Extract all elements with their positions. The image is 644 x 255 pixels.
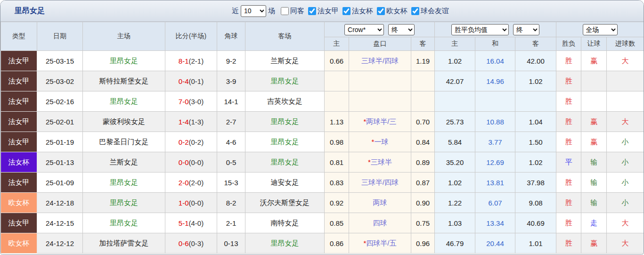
score-main: 0-4 bbox=[179, 77, 189, 85]
topbar: 里昂女足 近 10 场 同客 法女甲法女杯欧女杯球会友谊 bbox=[0, 0, 644, 22]
handicap-cell: 四球 bbox=[349, 213, 411, 233]
score-cell: 0-0(0-0) bbox=[165, 152, 217, 173]
table-row: 法女甲24-12-15里昂女足5-1(4-0)2-1南特女足0.85四球0.75… bbox=[1, 213, 644, 233]
table-row: 欧女杯24-12-18里昂女足1-0(0-0)8-2沃尔夫斯堡女足0.92两球0… bbox=[1, 193, 644, 213]
same-opponent-checkbox[interactable] bbox=[281, 7, 289, 15]
corner-cell: 3-9 bbox=[217, 71, 245, 91]
odds-provider-select[interactable]: Crow* bbox=[344, 24, 384, 35]
handicap-away-odds-cell: 0.89 bbox=[411, 152, 435, 173]
header-home: 主场 bbox=[83, 22, 165, 51]
avg-away-odds-cell: 37.98 bbox=[515, 173, 556, 193]
away-team-cell: 里昂女足 bbox=[245, 233, 325, 254]
league-filter-1: 法女杯 bbox=[339, 7, 373, 16]
table-row: 法女甲25-03-02斯特拉斯堡女足0-4(0-1)3-9里昂女足42.0714… bbox=[1, 71, 644, 91]
avg-draw-odds-cell: 6.07 bbox=[475, 193, 515, 213]
avg-draw-odds-cell: 16.04 bbox=[475, 51, 515, 71]
scope-select[interactable]: 全场 bbox=[583, 24, 618, 35]
table-header: 类型 日期 主场 比分(半场) 角球 客场 Crow* 终 胜平负均值 终 bbox=[1, 22, 644, 51]
away-team-cell: 里昂女足 bbox=[245, 132, 325, 152]
handicap-home-odds-cell: 0.92 bbox=[325, 193, 349, 213]
home-team-cell: 里昂女足 bbox=[83, 51, 165, 71]
home-team-cell: 兰斯女足 bbox=[83, 152, 165, 173]
header-date: 日期 bbox=[37, 22, 83, 51]
handicap-away-odds-cell bbox=[411, 91, 435, 112]
corner-cell: 0-13 bbox=[217, 233, 245, 254]
handicap-away-odds-cell bbox=[411, 71, 435, 91]
match-result-cell: 胜 bbox=[556, 173, 581, 193]
avg-group-header: 胜平负均值 终 bbox=[435, 22, 556, 37]
header-type: 类型 bbox=[1, 22, 37, 51]
avg-home-odds-cell: 5.84 bbox=[435, 132, 475, 152]
score-main: 1-4 bbox=[179, 118, 189, 126]
goals-result-cell: 大 bbox=[607, 213, 644, 233]
avg-away-odds-cell: 40.69 bbox=[515, 213, 556, 233]
score-cell: 0-4(0-1) bbox=[165, 71, 217, 91]
avg-type-select[interactable]: 胜平负均值 bbox=[451, 24, 509, 35]
avg-away-odds-cell: 9.08 bbox=[515, 193, 556, 213]
table-row: 法女甲25-02-16里昂女足7-0(3-0)14-1吉英坎女足胜 bbox=[1, 91, 644, 112]
league-filter-checkbox-2[interactable] bbox=[377, 7, 385, 15]
league-filter-checkbox-3[interactable] bbox=[411, 7, 419, 15]
handicap-star: * bbox=[368, 158, 371, 166]
league-badge: 法女甲 bbox=[1, 213, 37, 233]
handicap-away-odds-cell: 0.96 bbox=[411, 233, 435, 254]
recent-count-select[interactable]: 10 bbox=[241, 5, 266, 17]
avg-draw-odds-cell: 13.34 bbox=[475, 213, 515, 233]
avg-time-select[interactable]: 终 bbox=[513, 24, 539, 35]
handicap-result-cell: 走 bbox=[581, 213, 607, 233]
league-badge: 法女甲 bbox=[1, 51, 37, 71]
page-title: 里昂女足 bbox=[15, 6, 45, 16]
handicap-result-cell: 输 bbox=[581, 152, 607, 173]
handicap-home-odds-cell bbox=[325, 71, 349, 91]
league-badge: 法女甲 bbox=[1, 91, 37, 112]
avg-home-odds-cell: 1.02 bbox=[435, 173, 475, 193]
match-result-cell: 胜 bbox=[556, 193, 581, 213]
avg-home-odds-cell: 25.73 bbox=[435, 112, 475, 132]
league-filter-0: 法女甲 bbox=[304, 7, 339, 16]
same-opponent-filter: 同客 bbox=[277, 7, 304, 16]
date-cell: 25-01-09 bbox=[37, 173, 83, 193]
handicap-away-odds-cell: 1.19 bbox=[411, 51, 435, 71]
league-filter-checkbox-1[interactable] bbox=[342, 7, 351, 15]
handicap-cell: *三球半 bbox=[349, 152, 411, 173]
home-team-cell: 里昂女足 bbox=[83, 173, 165, 193]
recent-label: 近 bbox=[232, 7, 239, 16]
corner-cell: 15-3 bbox=[217, 173, 245, 193]
league-filter-label: 法女甲 bbox=[318, 7, 339, 16]
goals-result-cell: 大 bbox=[607, 51, 644, 71]
league-filter-checkbox-0[interactable] bbox=[308, 7, 316, 15]
handicap-home-odds-cell: 0.86 bbox=[325, 233, 349, 254]
goals-result-cell: 小 bbox=[607, 152, 644, 173]
date-cell: 24-12-12 bbox=[37, 233, 83, 254]
avg-home-odds-cell: 1.02 bbox=[435, 51, 475, 71]
away-team-cell: 吉英坎女足 bbox=[245, 91, 325, 112]
result-group-header: 全场 bbox=[556, 22, 644, 37]
score-cell: 2-0(2-0) bbox=[165, 173, 217, 193]
handicap-star: * bbox=[372, 138, 375, 146]
date-cell: 25-03-02 bbox=[37, 71, 83, 91]
subheader-handicap: 盘口 bbox=[349, 37, 411, 51]
match-result-cell: 胜 bbox=[556, 213, 581, 233]
handicap-cell bbox=[349, 71, 411, 91]
avg-home-odds-cell: 46.79 bbox=[435, 233, 475, 254]
away-team-cell: 里昂女足 bbox=[245, 112, 325, 132]
odds-group-header: Crow* 终 bbox=[325, 22, 435, 37]
handicap-away-odds-cell: 0.75 bbox=[411, 213, 435, 233]
header-away: 客场 bbox=[245, 22, 325, 51]
league-filter-label: 法女杯 bbox=[352, 7, 373, 16]
away-team-cell: 兰斯女足 bbox=[245, 51, 325, 71]
avg-away-odds-cell bbox=[515, 91, 556, 112]
away-team-cell: 迪安女足 bbox=[245, 173, 325, 193]
score-cell: 7-0(3-0) bbox=[165, 91, 217, 112]
goals-result-cell: 小 bbox=[607, 173, 644, 193]
home-team-cell: 里昂女足 bbox=[83, 91, 165, 112]
date-cell: 25-02-01 bbox=[37, 112, 83, 132]
goals-result-cell: 大 bbox=[607, 112, 644, 132]
score-cell: 1-4(1-3) bbox=[165, 112, 217, 132]
avg-away-odds-cell: 1.04 bbox=[515, 112, 556, 132]
avg-draw-odds-cell: 10.88 bbox=[475, 112, 515, 132]
odds-time-select[interactable]: 终 bbox=[388, 24, 415, 35]
handicap-away-odds-cell: 0.90 bbox=[411, 193, 435, 213]
handicap-cell: *四球半/五 bbox=[349, 233, 411, 254]
handicap-home-odds-cell: 0.66 bbox=[325, 51, 349, 71]
